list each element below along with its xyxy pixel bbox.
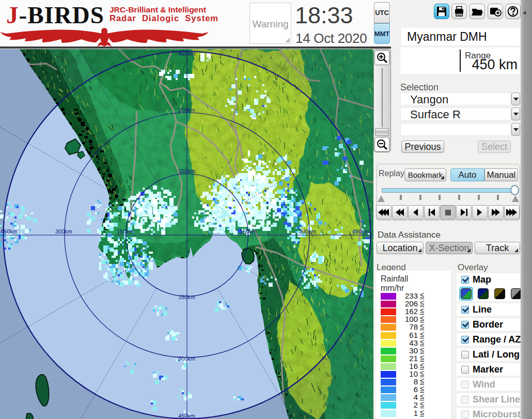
svg-text:300km: 300km xyxy=(178,107,195,113)
svg-text:450km: 450km xyxy=(1,228,18,235)
svg-text:150km: 150km xyxy=(178,294,195,300)
svg-text:150km: 150km xyxy=(178,168,195,174)
svg-text:300km: 300km xyxy=(178,355,195,362)
svg-text:150km: 150km xyxy=(117,228,134,235)
svg-text:300km: 300km xyxy=(55,228,72,235)
svg-text:150km: 150km xyxy=(240,228,257,235)
svg-text:300km: 300km xyxy=(299,228,316,235)
svg-text:450km: 450km xyxy=(352,228,369,235)
svg-text:450km: 450km xyxy=(178,413,195,419)
svg-text:450km: 450km xyxy=(178,51,195,57)
